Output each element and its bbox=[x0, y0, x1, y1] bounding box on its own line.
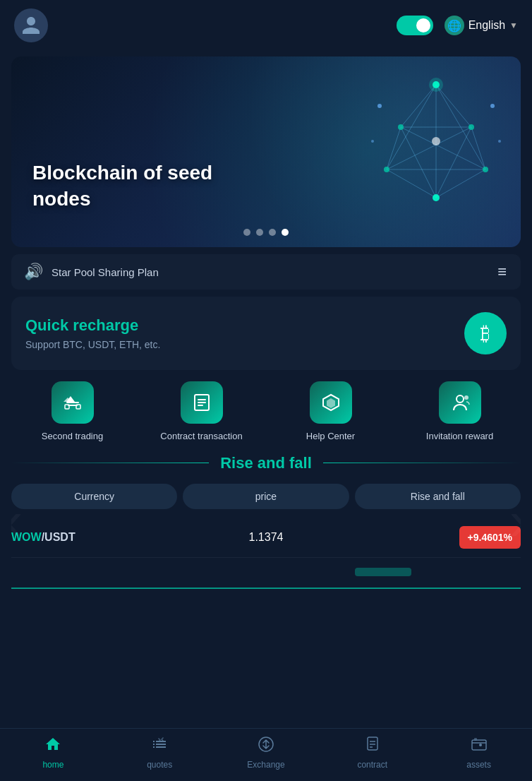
svg-rect-36 bbox=[198, 405, 203, 406]
app-header: 🌐 English ▼ bbox=[0, 0, 532, 51]
quick-recharge-text: Quick recharge Support BTC, USDT, ETH, e… bbox=[25, 316, 160, 350]
svg-point-23 bbox=[377, 104, 382, 108]
th-currency: Currency bbox=[11, 484, 177, 509]
home-icon bbox=[44, 736, 61, 757]
svg-point-25 bbox=[371, 140, 374, 143]
table-headers: Currency price Rise and fall bbox=[11, 484, 521, 509]
invitation-reward-label: Invitation reward bbox=[426, 431, 493, 443]
nav-exchange[interactable]: Exchange bbox=[238, 736, 294, 770]
svg-line-1 bbox=[436, 85, 471, 127]
quick-recharge-subtitle: Support BTC, USDT, ETH, etc. bbox=[25, 339, 160, 350]
svg-point-20 bbox=[483, 167, 488, 172]
svg-rect-47 bbox=[474, 738, 477, 741]
nav-assets-label: assets bbox=[466, 760, 491, 770]
svg-line-0 bbox=[401, 85, 436, 127]
table-row[interactable]: WOW/USDT 1.1374 +9.4601% bbox=[11, 518, 521, 558]
quick-recharge-title: Quick recharge bbox=[25, 316, 160, 335]
nav-contract-label: contract bbox=[357, 760, 387, 770]
second-trading-item[interactable]: Second trading bbox=[11, 381, 133, 443]
svg-line-3 bbox=[471, 127, 485, 169]
nav-quotes-label: quotes bbox=[147, 760, 172, 770]
currency-suffix: /USDT bbox=[42, 531, 75, 543]
user-icon bbox=[20, 15, 42, 36]
svg-point-16 bbox=[429, 78, 443, 92]
second-trading-icon bbox=[52, 381, 94, 424]
menu-lines-icon[interactable]: ≡ bbox=[497, 263, 508, 281]
banner-dot-3[interactable] bbox=[269, 229, 276, 236]
th-price: price bbox=[183, 484, 349, 509]
svg-point-22 bbox=[432, 137, 440, 145]
nav-contract[interactable]: contract bbox=[344, 736, 401, 770]
header-right: 🌐 English ▼ bbox=[397, 16, 518, 35]
globe-icon: 🌐 bbox=[445, 16, 464, 35]
announcement-text: Star Pool Sharing Plan bbox=[52, 266, 159, 278]
svg-rect-27 bbox=[66, 402, 79, 403]
language-selector[interactable]: 🌐 English ▼ bbox=[445, 16, 518, 35]
change-badge: +9.4601% bbox=[459, 526, 521, 549]
svg-point-24 bbox=[490, 104, 495, 108]
row-currency: WOW/USDT bbox=[11, 531, 177, 544]
bitcoin-icon: ₿ bbox=[464, 312, 507, 354]
exchange-icon bbox=[258, 736, 274, 757]
banner-dot-2[interactable] bbox=[256, 229, 263, 236]
quick-recharge-card[interactable]: Quick recharge Support BTC, USDT, ETH, e… bbox=[11, 297, 521, 370]
banner-content: Blockchain of seed nodes bbox=[32, 160, 258, 212]
banner-dot-1[interactable] bbox=[243, 229, 250, 236]
svg-line-14 bbox=[387, 127, 471, 169]
svg-line-11 bbox=[436, 127, 471, 198]
announcement-left: 🔊 Star Pool Sharing Plan bbox=[24, 263, 159, 281]
banner-title: Blockchain of seed nodes bbox=[32, 160, 258, 212]
contract-transaction-label: Contract transaction bbox=[160, 431, 242, 443]
rise-fall-section: ‹ › Rise and fall Currency price Rise an… bbox=[11, 454, 521, 589]
language-label: English bbox=[468, 19, 505, 32]
svg-rect-42 bbox=[368, 737, 377, 750]
nav-assets[interactable]: assets bbox=[451, 736, 507, 770]
svg-marker-38 bbox=[327, 398, 335, 408]
svg-line-10 bbox=[401, 127, 436, 198]
banner-dots bbox=[243, 229, 289, 236]
hero-banner: Blockchain of seed nodes bbox=[11, 56, 521, 247]
svg-rect-35 bbox=[198, 402, 206, 403]
row-price: 1.1374 bbox=[183, 531, 349, 544]
diamond-visual bbox=[365, 71, 507, 212]
help-center-item[interactable]: Help Center bbox=[270, 381, 392, 443]
rise-fall-header: Rise and fall bbox=[11, 454, 521, 472]
feature-menu: Second trading Contract transaction bbox=[11, 381, 521, 443]
rise-fall-title: Rise and fall bbox=[220, 454, 312, 472]
svg-point-40 bbox=[464, 395, 468, 400]
theme-toggle[interactable] bbox=[397, 16, 433, 35]
rf-line-left bbox=[11, 463, 209, 463]
partial-change bbox=[355, 566, 521, 579]
rf-line-right bbox=[323, 463, 521, 463]
contract-icon bbox=[364, 736, 381, 757]
nav-exchange-label: Exchange bbox=[247, 760, 284, 770]
help-center-icon bbox=[310, 381, 352, 424]
avatar[interactable] bbox=[14, 8, 48, 42]
nav-home[interactable]: home bbox=[25, 736, 81, 770]
chevron-down-icon: ▼ bbox=[509, 20, 518, 30]
speaker-icon: 🔊 bbox=[24, 263, 43, 281]
help-center-label: Help Center bbox=[306, 431, 355, 443]
currency-highlight: WOW bbox=[11, 531, 42, 543]
nav-quotes[interactable]: quotes bbox=[131, 736, 188, 770]
second-trading-label: Second trading bbox=[42, 431, 103, 443]
svg-point-18 bbox=[468, 124, 474, 130]
nav-home-label: home bbox=[42, 760, 64, 770]
invitation-reward-item[interactable]: Invitation reward bbox=[399, 381, 521, 443]
svg-point-19 bbox=[384, 167, 389, 172]
svg-line-13 bbox=[401, 127, 485, 169]
banner-dot-4[interactable] bbox=[282, 229, 289, 236]
th-change: Rise and fall bbox=[355, 484, 521, 509]
partial-table-row bbox=[11, 558, 521, 589]
quotes-icon bbox=[151, 736, 168, 757]
assets-icon bbox=[471, 736, 488, 757]
svg-point-26 bbox=[498, 140, 501, 143]
svg-line-2 bbox=[387, 127, 401, 169]
svg-line-5 bbox=[436, 169, 485, 198]
svg-rect-34 bbox=[198, 399, 206, 400]
bottom-navigation: home quotes Exchange co bbox=[0, 728, 532, 781]
contract-transaction-icon bbox=[181, 381, 223, 424]
announcement-bar: 🔊 Star Pool Sharing Plan ≡ bbox=[11, 254, 521, 290]
contract-transaction-item[interactable]: Contract transaction bbox=[140, 381, 262, 443]
invitation-reward-icon bbox=[439, 381, 481, 424]
